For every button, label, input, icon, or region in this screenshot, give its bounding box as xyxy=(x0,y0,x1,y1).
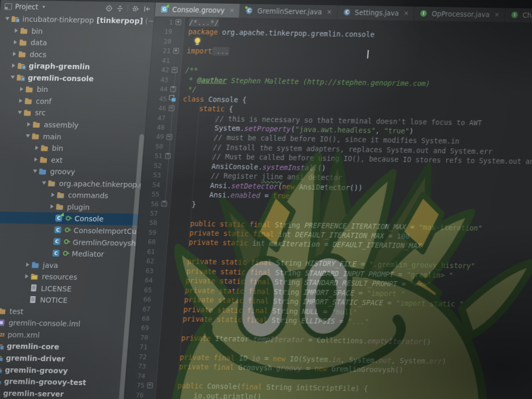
line-number[interactable]: 46 xyxy=(147,103,166,112)
gutter-line-54[interactable]: 54 xyxy=(141,179,172,189)
line-number[interactable]: 66 xyxy=(132,295,151,303)
gutter-line-45[interactable]: 45 xyxy=(148,94,179,103)
line-number[interactable]: 61 xyxy=(136,247,155,255)
line-number[interactable]: 48 xyxy=(145,123,165,131)
line-number[interactable]: 43 xyxy=(149,75,168,83)
line-number[interactable]: 44 xyxy=(149,85,168,93)
line-number[interactable]: 73 xyxy=(127,362,146,370)
chevron-expanded-icon[interactable] xyxy=(16,111,24,114)
gutter-line-71[interactable]: 71 xyxy=(128,342,159,352)
line-number[interactable]: 45 xyxy=(148,94,167,102)
chevron-collapsed-icon[interactable] xyxy=(33,145,41,150)
tab-console-groovy[interactable]: GConsole.groovy× xyxy=(155,3,241,18)
line-number[interactable]: 19 xyxy=(153,27,172,35)
line-number[interactable]: 54 xyxy=(141,180,161,189)
fold-minus-icon[interactable]: − xyxy=(147,382,153,388)
gutter-line-20[interactable]: 20 xyxy=(152,36,183,46)
gutter-line-1[interactable]: 1+ xyxy=(154,17,185,26)
class-marker-icon[interactable] xyxy=(168,95,176,101)
line-number[interactable]: 47 xyxy=(147,113,166,122)
gutter-line-21[interactable]: 21+ xyxy=(152,46,183,56)
line-number[interactable]: 42 xyxy=(150,65,169,74)
line-number[interactable]: 65 xyxy=(133,285,152,294)
gutter-line-65[interactable]: 65 xyxy=(133,284,164,294)
fold-plus-icon[interactable]: + xyxy=(175,19,181,25)
line-number[interactable]: 64 xyxy=(134,276,153,284)
fold-end-icon[interactable]: ^ xyxy=(170,86,176,91)
line-number[interactable]: 72 xyxy=(128,352,147,361)
line-number[interactable]: 50 xyxy=(144,142,163,150)
line-number[interactable]: 20 xyxy=(152,37,171,45)
gutter-line-75[interactable]: 75− xyxy=(125,380,156,390)
line-number[interactable]: 68 xyxy=(130,314,150,322)
tree-item-gremlin-server[interactable]: gremlin-server xyxy=(0,387,125,399)
fold-minus-icon[interactable]: − xyxy=(171,67,178,73)
line-number[interactable]: 59 xyxy=(137,228,156,236)
gutter-line-66[interactable]: 66 xyxy=(132,294,163,304)
gutter-line-62[interactable]: 62 xyxy=(135,256,166,265)
intention-bulb-icon[interactable] xyxy=(194,37,201,46)
gutter-line-53[interactable]: 53 xyxy=(142,170,173,180)
chevron-collapsed-icon[interactable] xyxy=(32,157,40,162)
gutter-line-61[interactable]: 61 xyxy=(136,246,167,256)
line-number[interactable]: 56 xyxy=(140,199,159,207)
chevron-collapsed-icon[interactable] xyxy=(49,193,57,197)
line-number[interactable]: 49 xyxy=(145,132,164,141)
tab-channelizer-java[interactable]: IChannelizer.java xyxy=(505,8,532,23)
line-number[interactable]: 67 xyxy=(131,304,151,313)
gutter-line-74[interactable]: 74 xyxy=(126,370,157,380)
chevron-collapsed-icon[interactable] xyxy=(18,87,25,91)
gutter-line-55[interactable]: 55 xyxy=(140,189,171,198)
close-icon[interactable]: × xyxy=(229,7,235,14)
line-number[interactable]: 76 xyxy=(125,390,144,398)
tab-settings-java[interactable]: CSettings.java× xyxy=(337,5,415,20)
line-number[interactable]: 62 xyxy=(135,257,154,265)
chevron-expanded-icon[interactable] xyxy=(31,169,39,172)
chevron-collapsed-icon[interactable] xyxy=(25,122,33,126)
chevron-collapsed-icon[interactable] xyxy=(11,52,19,56)
gutter-line-67[interactable]: 67 xyxy=(131,303,163,313)
chevron-down-icon[interactable] xyxy=(43,6,46,8)
chevron-collapsed-icon[interactable] xyxy=(12,29,20,33)
gutter-line-73[interactable]: 73 xyxy=(127,361,158,371)
locate-icon[interactable] xyxy=(105,5,113,11)
tab-opprocessor-java[interactable]: IOpProcessor.java× xyxy=(414,7,506,22)
line-number[interactable]: 58 xyxy=(138,218,157,227)
chevron-expanded-icon[interactable] xyxy=(9,76,17,79)
line-number[interactable]: 63 xyxy=(135,266,154,274)
gutter-line-72[interactable]: 72 xyxy=(128,351,159,361)
fold-plus-icon[interactable]: + xyxy=(173,48,179,54)
gutter-line-46[interactable]: 46− xyxy=(147,103,178,113)
gutter-line-19[interactable]: 19 xyxy=(153,26,184,36)
gutter-line-44[interactable]: 44^ xyxy=(149,84,180,94)
chevron-expanded-icon[interactable] xyxy=(24,135,32,138)
tab-gremlinserver-java[interactable]: CGremlinServer.java× xyxy=(240,4,338,19)
line-number[interactable]: 51 xyxy=(143,151,163,159)
close-icon[interactable]: × xyxy=(403,10,409,17)
gutter-line-64[interactable]: 64 xyxy=(134,275,165,285)
line-number[interactable]: 52 xyxy=(143,161,162,169)
gear-icon[interactable] xyxy=(132,5,140,12)
gutter-line-51[interactable]: 51^ xyxy=(143,151,175,161)
chevron-collapsed-icon[interactable] xyxy=(10,63,18,68)
gutter-line-60[interactable]: 60 xyxy=(137,236,168,246)
fold-end-icon[interactable]: ^ xyxy=(161,201,167,206)
gutter-line-50[interactable]: 50 xyxy=(144,141,175,151)
line-number[interactable]: 75 xyxy=(125,381,144,389)
gutter-line-57[interactable]: 57 xyxy=(139,208,170,218)
line-number[interactable]: 21 xyxy=(152,46,171,55)
gutter-line-48[interactable]: 48 xyxy=(145,122,177,132)
gutter-line-70[interactable]: 70 xyxy=(129,332,160,342)
gutter-line-63[interactable]: 63 xyxy=(135,265,166,275)
chevron-expanded-icon[interactable] xyxy=(41,181,48,184)
fold-minus-icon[interactable]: − xyxy=(168,105,175,111)
chevron-collapsed-icon[interactable] xyxy=(17,99,25,103)
chevron-collapsed-icon[interactable] xyxy=(48,204,56,208)
line-number[interactable]: 60 xyxy=(137,237,156,246)
chevron-collapsed-icon[interactable] xyxy=(23,274,31,278)
line-number[interactable]: 55 xyxy=(140,190,159,198)
code-viewport[interactable]: /*...*/package org.apache.tinkerpop.grem… xyxy=(153,17,532,399)
collapse-all-icon[interactable] xyxy=(116,5,124,11)
line-number[interactable]: 69 xyxy=(130,324,149,332)
line-number[interactable]: 1 xyxy=(154,18,173,26)
